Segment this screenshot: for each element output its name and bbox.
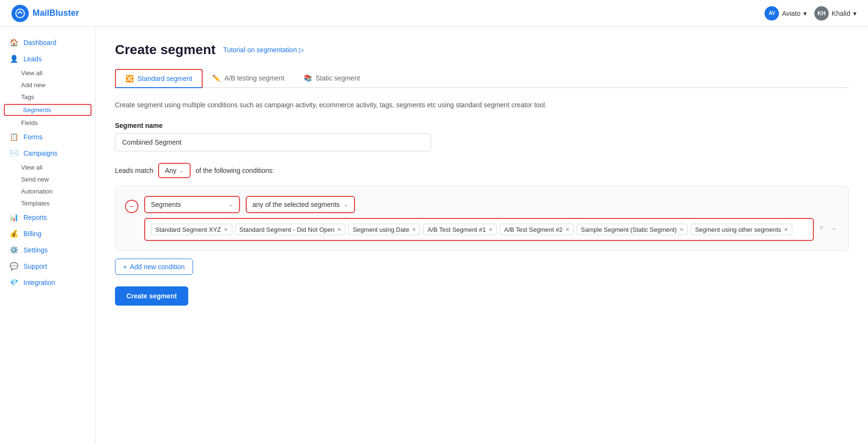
- sidebar-item-support[interactable]: 💬 Support: [0, 258, 95, 274]
- remove-tag-4[interactable]: ×: [565, 226, 569, 233]
- tag-chip: Segment using other segments ×: [691, 224, 792, 235]
- remove-tag-2[interactable]: ×: [412, 226, 416, 233]
- field-chevron: ⌄: [228, 201, 233, 208]
- sidebar-sub-fields[interactable]: Fields: [0, 117, 95, 129]
- clear-tags-button[interactable]: ×: [818, 222, 825, 233]
- tag-chip: A/B Test Segment #2 ×: [500, 224, 573, 235]
- conditions-container: − Segments ⌄ any of the selected segment…: [115, 186, 849, 251]
- tag-label: Standard Segment XYZ: [155, 226, 221, 233]
- expand-tags-button[interactable]: ⌄: [829, 222, 839, 233]
- sidebar-sub-viewall-campaigns[interactable]: View all: [0, 161, 95, 173]
- settings-icon: ⚙️: [10, 246, 19, 254]
- aviato-user[interactable]: AV Aviato ▾: [765, 6, 807, 21]
- remove-tag-0[interactable]: ×: [224, 226, 228, 233]
- tag-label: A/B Test Segment #1: [427, 226, 486, 233]
- ab-tab-label: A/B testing segment: [224, 74, 284, 82]
- aviato-avatar: AV: [765, 6, 779, 21]
- tab-static[interactable]: 📚 Static segment: [294, 69, 370, 88]
- segment-name-section: Segment name: [115, 122, 849, 151]
- campaigns-icon: ✉️: [10, 149, 19, 158]
- add-condition-button[interactable]: + Add new condition: [115, 259, 193, 275]
- tag-label: Segment using Date: [353, 226, 409, 233]
- sidebar-sub-sendnew[interactable]: Send new: [0, 173, 95, 185]
- operator-select-label: any of the selected segments: [252, 201, 340, 208]
- add-condition-label: Add new condition: [130, 263, 184, 271]
- tab-standard[interactable]: 🔀 Standard segment: [115, 69, 203, 88]
- tag-chip: Segment using Date ×: [348, 224, 420, 235]
- match-value: Any: [165, 167, 176, 174]
- create-segment-button[interactable]: Create segment: [115, 286, 188, 306]
- sidebar-label-leads: Leads: [23, 55, 42, 63]
- tutorial-link[interactable]: Tutorial on segmentation ▷: [223, 46, 304, 54]
- sidebar-item-integration[interactable]: 💎 Integration: [0, 274, 95, 291]
- tag-chip: Sample Segment (Static Segment) ×: [577, 224, 688, 235]
- condition-row: − Segments ⌄ any of the selected segment…: [125, 196, 839, 241]
- sidebar-item-campaigns[interactable]: ✉️ Campaigns: [0, 145, 95, 161]
- segment-name-label: Segment name: [115, 122, 849, 129]
- khalid-avatar: KH: [814, 6, 829, 21]
- remove-tag-1[interactable]: ×: [337, 226, 341, 233]
- sidebar-item-forms[interactable]: 📋 Forms: [0, 129, 95, 145]
- logo-text: MailBluster: [33, 8, 79, 18]
- remove-tag-6[interactable]: ×: [784, 226, 788, 233]
- remove-tag-5[interactable]: ×: [680, 226, 684, 233]
- match-chevron: ⌄: [179, 167, 184, 174]
- support-icon: 💬: [10, 262, 19, 271]
- sidebar-label-dashboard: Dashboard: [23, 39, 57, 46]
- sidebar-label-support: Support: [23, 262, 47, 270]
- tags-input-area[interactable]: Standard Segment XYZ × Standard Segment …: [144, 218, 814, 241]
- leads-icon: 👤: [10, 55, 19, 63]
- sidebar-label-campaigns: Campaigns: [23, 149, 57, 157]
- billing-icon: 💰: [10, 229, 19, 238]
- sidebar-item-leads[interactable]: 👤 Leads: [0, 51, 95, 67]
- minus-icon: −: [129, 202, 135, 211]
- remove-condition-button[interactable]: −: [125, 200, 138, 213]
- reports-icon: 📊: [10, 213, 19, 222]
- tag-label: Sample Segment (Static Segment): [581, 226, 677, 233]
- header-right: AV Aviato ▾ KH Khalid ▾: [765, 6, 857, 21]
- segment-name-input[interactable]: [115, 133, 431, 151]
- tag-label: Standard Segment - Did Not Open: [240, 226, 335, 233]
- standard-tab-icon: 🔀: [126, 75, 134, 82]
- sidebar-sub-templates[interactable]: Templates: [0, 197, 95, 209]
- sidebar-sub-segments[interactable]: Segments: [4, 104, 91, 116]
- khalid-chevron: ▾: [853, 10, 857, 17]
- svg-point-0: [16, 9, 24, 18]
- condition-selects: Segments ⌄ any of the selected segments …: [144, 196, 839, 213]
- sidebar-sub-viewall[interactable]: View all: [0, 67, 95, 79]
- khalid-user[interactable]: KH Khalid ▾: [814, 6, 857, 21]
- page-title-row: Create segment Tutorial on segmentation …: [115, 42, 849, 57]
- leads-match-label: Leads match: [115, 167, 153, 174]
- sidebar-label-billing: Billing: [23, 230, 41, 238]
- sidebar-sub-automation[interactable]: Automation: [0, 185, 95, 197]
- khalid-name: Khalid: [832, 10, 850, 17]
- remove-tag-3[interactable]: ×: [489, 226, 492, 233]
- field-select-label: Segments: [151, 201, 181, 208]
- logo-icon: [11, 5, 29, 22]
- app-logo[interactable]: MailBluster: [11, 5, 79, 22]
- app-header: MailBluster AV Aviato ▾ KH Khalid ▾: [0, 0, 868, 27]
- field-select[interactable]: Segments ⌄: [144, 196, 240, 213]
- aviato-name: Aviato: [782, 10, 800, 17]
- sidebar-sub-tags[interactable]: Tags: [0, 91, 95, 103]
- operator-select[interactable]: any of the selected segments ⌄: [246, 196, 355, 213]
- static-tab-label: Static segment: [316, 74, 360, 82]
- sidebar-item-reports[interactable]: 📊 Reports: [0, 209, 95, 226]
- tag-label: A/B Test Segment #2: [504, 226, 562, 233]
- sidebar-item-dashboard[interactable]: 🏠 Dashboard: [0, 34, 95, 51]
- page-description: Create segment using multiple conditions…: [115, 100, 849, 110]
- sidebar-label-integration: Integration: [23, 279, 55, 286]
- static-tab-icon: 📚: [304, 74, 312, 82]
- sidebar-sub-addnew[interactable]: Add new: [0, 79, 95, 91]
- aviato-chevron: ▾: [803, 10, 807, 17]
- condition-fields: Segments ⌄ any of the selected segments …: [144, 196, 839, 241]
- operator-chevron: ⌄: [343, 201, 348, 208]
- integration-icon: 💎: [10, 278, 19, 287]
- tab-ab[interactable]: ✏️ A/B testing segment: [203, 69, 294, 88]
- sidebar: 🏠 Dashboard 👤 Leads View all Add new Tag…: [0, 27, 96, 444]
- tag-chip: A/B Test Segment #1 ×: [423, 224, 497, 235]
- leads-match-select[interactable]: Any ⌄: [158, 163, 191, 178]
- sidebar-item-settings[interactable]: ⚙️ Settings: [0, 242, 95, 258]
- sidebar-item-billing[interactable]: 💰 Billing: [0, 226, 95, 242]
- condition-row-actions: × ⌄: [818, 218, 839, 233]
